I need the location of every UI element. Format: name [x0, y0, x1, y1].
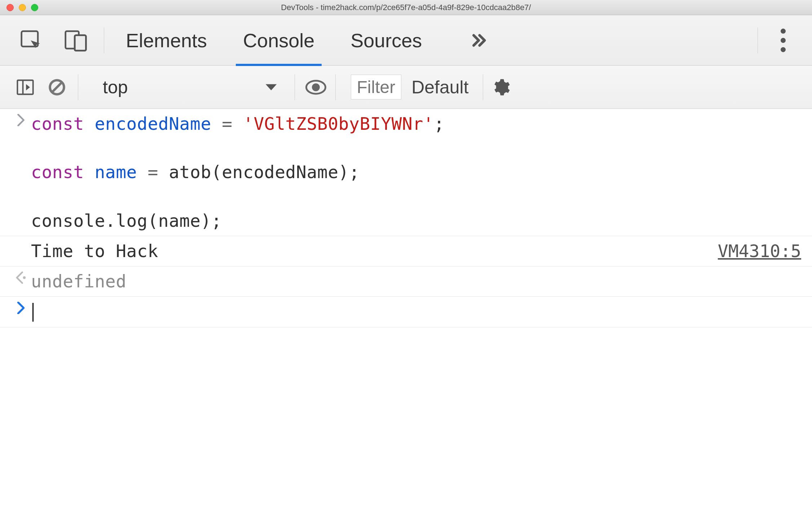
window-titlebar: DevTools - time2hack.com/p/2ce65f7e-a05d…	[0, 0, 812, 15]
svg-point-6	[781, 47, 786, 52]
return-value: undefined	[31, 269, 801, 293]
svg-rect-7	[17, 80, 33, 94]
tab-label: Console	[243, 29, 314, 52]
panel-tabs: Elements Console Sources	[122, 15, 494, 66]
tab-label: Elements	[126, 29, 207, 52]
prompt-icon	[11, 300, 31, 314]
inspect-element-icon[interactable]	[17, 26, 46, 55]
divider	[483, 74, 483, 100]
svg-point-13	[23, 276, 26, 279]
divider	[78, 74, 78, 100]
console-log-entry: Time to Hack VM4310:5	[0, 236, 812, 266]
filter-input[interactable]: Filter	[351, 75, 402, 100]
log-gutter	[11, 239, 31, 241]
input-prompt-icon	[11, 112, 31, 126]
minimize-window-icon[interactable]	[19, 4, 26, 11]
chevron-down-icon	[265, 83, 277, 92]
console-input-entry: const encodedName = 'VGltZSB0byBIYWNr'; …	[0, 109, 812, 236]
tab-elements[interactable]: Elements	[122, 15, 211, 66]
console-active-prompt[interactable]	[0, 296, 812, 327]
svg-line-10	[52, 83, 62, 92]
log-source-link[interactable]: VM4310:5	[707, 239, 801, 263]
device-toolbar-icon[interactable]	[61, 26, 90, 55]
token-ident: encodedName	[94, 114, 211, 134]
tab-console[interactable]: Console	[239, 15, 318, 66]
svg-point-12	[312, 83, 320, 91]
context-label: top	[103, 77, 128, 98]
tab-label: Sources	[350, 29, 422, 52]
kebab-menu-icon[interactable]	[769, 26, 798, 55]
console-toolbar: top Filter Default	[0, 66, 812, 109]
token-string: 'VGltZSB0byBIYWNr'	[243, 114, 434, 134]
console-settings-icon[interactable]	[490, 76, 511, 98]
token-keyword: const	[31, 162, 84, 182]
console-code[interactable]: const encodedName = 'VGltZSB0byBIYWNr'; …	[31, 112, 801, 233]
divider	[104, 27, 104, 53]
svg-point-4	[781, 28, 786, 34]
svg-point-5	[781, 38, 786, 43]
execution-context-selector[interactable]: top	[96, 77, 284, 98]
divider	[295, 74, 295, 100]
divider	[758, 27, 758, 53]
text-cursor	[32, 303, 34, 322]
svg-rect-2	[75, 35, 86, 50]
console-output: const encodedName = 'VGltZSB0byBIYWNr'; …	[0, 109, 812, 327]
prompt-input[interactable]	[31, 300, 801, 324]
token-keyword: const	[31, 114, 84, 134]
more-tabs-icon[interactable]	[465, 26, 494, 55]
right-tool-group	[754, 26, 812, 55]
console-return-entry: undefined	[0, 266, 812, 296]
close-window-icon[interactable]	[6, 4, 14, 11]
devtools-tabbar: Elements Console Sources	[0, 15, 812, 66]
log-levels-selector[interactable]: Default	[411, 77, 473, 98]
traffic-lights	[6, 4, 38, 11]
maximize-window-icon[interactable]	[31, 4, 38, 11]
divider	[335, 74, 336, 100]
clear-console-icon[interactable]	[46, 76, 68, 98]
live-expression-icon[interactable]	[305, 76, 327, 98]
levels-label: Default	[411, 77, 468, 97]
left-tool-group	[0, 26, 100, 55]
token-ident: name	[94, 162, 137, 182]
tab-sources[interactable]: Sources	[347, 15, 425, 66]
return-arrow-icon	[11, 269, 31, 284]
toggle-sidebar-icon[interactable]	[14, 76, 36, 98]
window-title: DevTools - time2hack.com/p/2ce65f7e-a05d…	[0, 3, 812, 12]
filter-placeholder: Filter	[357, 78, 396, 97]
log-text: Time to Hack	[31, 239, 707, 263]
